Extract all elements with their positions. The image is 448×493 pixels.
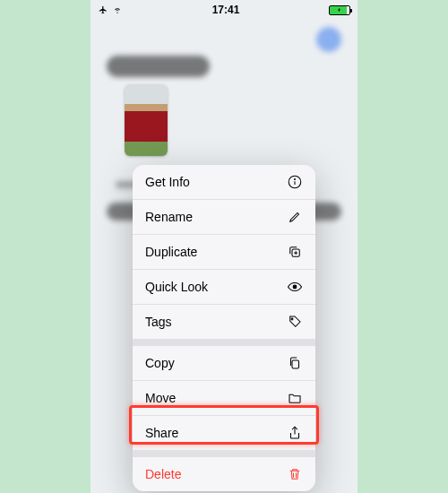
status-right (329, 5, 350, 15)
menu-label: Delete (145, 467, 181, 481)
menu-item-delete[interactable]: Delete (133, 457, 315, 491)
menu-item-get-info[interactable]: Get Info (133, 165, 315, 199)
menu-item-tags[interactable]: Tags (133, 305, 315, 339)
svg-rect-8 (292, 360, 299, 368)
menu-item-rename[interactable]: Rename (133, 200, 315, 234)
eye-icon (287, 279, 303, 295)
status-bar: 17:41 (90, 0, 358, 18)
menu-label: Get Info (145, 175, 190, 189)
duplicate-icon (287, 244, 303, 260)
menu-section-gap (133, 339, 315, 346)
svg-point-7 (291, 318, 293, 320)
file-thumbnail[interactable] (125, 84, 168, 156)
menu-item-share[interactable]: Share (133, 416, 315, 450)
menu-item-duplicate[interactable]: Duplicate (133, 235, 315, 269)
airplane-icon (98, 5, 108, 14)
folder-icon (287, 390, 303, 406)
wifi-icon (112, 5, 123, 14)
menu-item-move[interactable]: Move (133, 381, 315, 415)
header-action-button[interactable] (316, 27, 341, 52)
status-time: 17:41 (212, 4, 240, 16)
pencil-icon (287, 209, 303, 225)
menu-label: Tags (145, 315, 172, 329)
menu-label: Quick Look (145, 280, 208, 294)
menu-label: Duplicate (145, 245, 197, 259)
menu-label: Move (145, 391, 176, 405)
battery-icon (329, 5, 350, 15)
svg-point-2 (295, 179, 296, 180)
menu-label: Copy (145, 356, 175, 370)
status-left (98, 5, 123, 14)
trash-icon (287, 466, 303, 482)
info-icon (287, 174, 303, 190)
menu-item-copy[interactable]: Copy (133, 346, 315, 380)
context-menu: Get Info Rename Duplicate Quick Look (133, 165, 315, 491)
svg-point-6 (293, 285, 297, 289)
share-icon (287, 425, 303, 441)
copy-icon (287, 355, 303, 371)
menu-label: Share (145, 426, 178, 440)
menu-label: Rename (145, 210, 193, 224)
tag-icon (287, 314, 303, 330)
phone-screen: 17:41 Get Info Rename Dupli (90, 0, 358, 493)
menu-item-quick-look[interactable]: Quick Look (133, 270, 315, 304)
page-title (107, 56, 210, 77)
menu-section-gap (133, 450, 315, 457)
